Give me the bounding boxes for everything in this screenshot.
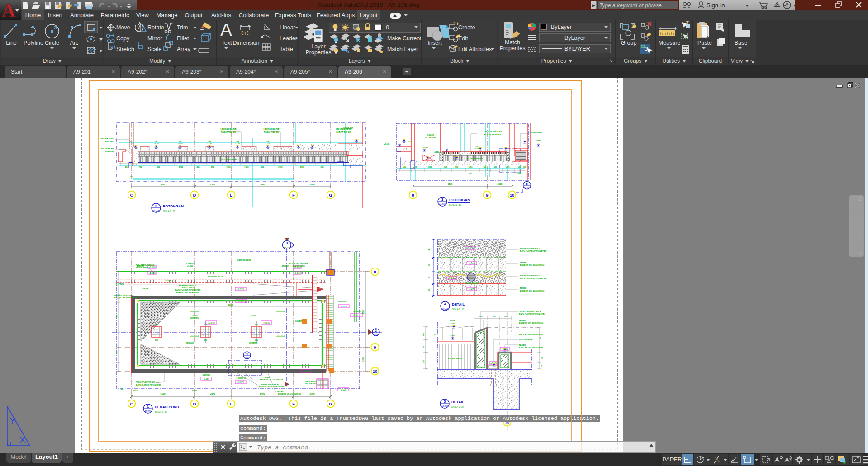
svg-text:0: 0	[386, 24, 389, 31]
svg-text:2D: 2D	[858, 212, 863, 216]
svg-text:Type a command: Type a command	[257, 444, 308, 451]
svg-text:A: A	[220, 20, 232, 39]
svg-text:A: A	[2, 0, 16, 20]
svg-text:Sign In: Sign In	[707, 2, 725, 9]
svg-text:?: ?	[785, 2, 788, 9]
